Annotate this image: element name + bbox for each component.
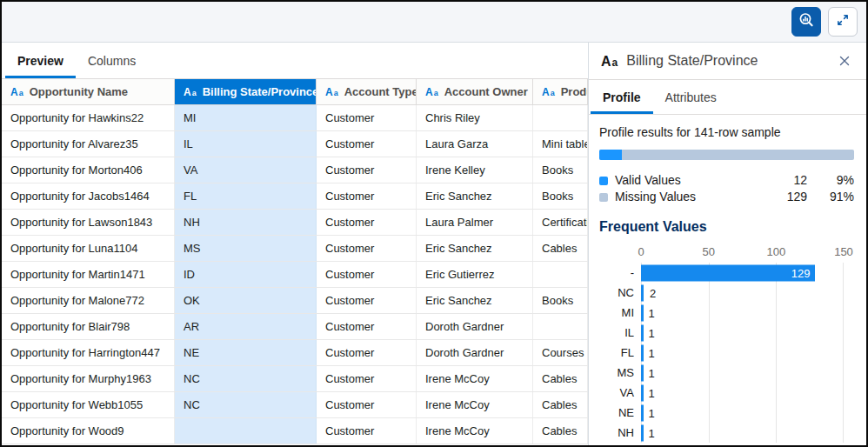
table-cell[interactable]: NC: [175, 392, 317, 417]
table-cell[interactable]: Customer: [317, 131, 417, 157]
table-cell[interactable]: Eric Sanchez: [417, 236, 533, 261]
table-cell[interactable]: Opportunity for Harrington447: [2, 340, 175, 365]
table-cell[interactable]: NH: [175, 210, 317, 235]
table-cell[interactable]: NE: [175, 340, 317, 365]
data-prep-preview-window: Preview Columns AaOpportunity NameAaBill…: [0, 0, 868, 447]
chart-plot-area: 1: [641, 303, 844, 323]
table-cell[interactable]: Certification: [533, 210, 588, 235]
tab-preview[interactable]: Preview: [5, 43, 76, 78]
table-cell[interactable]: Eric Sanchez: [417, 183, 533, 209]
table-cell[interactable]: Opportunity for Blair798: [2, 314, 175, 339]
chart-plot-area: 2: [641, 283, 844, 303]
table-cell[interactable]: Customer: [317, 340, 417, 365]
chart-bar: 129: [641, 264, 815, 281]
table-cell[interactable]: Customer: [317, 105, 417, 130]
explore-chart-icon: [798, 11, 815, 32]
preview-tabstrip: Preview Columns: [2, 43, 588, 79]
column-header-billing-state-province[interactable]: AaBilling State/Province: [175, 79, 317, 104]
profile-panel-title: Billing State/Province: [626, 53, 758, 69]
chart-gridline: [709, 343, 710, 363]
table-cell[interactable]: AR: [175, 314, 317, 339]
column-header-account-owner[interactable]: AaAccount Owner: [417, 79, 533, 104]
table-cell[interactable]: Customer: [317, 314, 417, 339]
table-cell[interactable]: Chris Riley: [417, 105, 533, 130]
close-panel-button[interactable]: [835, 51, 854, 70]
preview-table-body: Opportunity for Hawkins22MICustomerChris…: [2, 105, 588, 444]
table-cell[interactable]: Opportunity for Malone772: [2, 288, 175, 313]
table-cell[interactable]: Customer: [317, 157, 417, 183]
table-cell[interactable]: Doroth Gardner: [417, 314, 533, 339]
table-cell[interactable]: Doroth Gardner: [417, 340, 533, 365]
table-cell[interactable]: Customer: [317, 236, 417, 261]
table-cell[interactable]: IL: [175, 131, 317, 157]
table-cell[interactable]: Irene McCoy: [417, 392, 533, 417]
table-cell[interactable]: Opportunity for Alvarez35: [2, 131, 175, 157]
column-header-account-type[interactable]: AaAccount Type: [317, 79, 417, 104]
chart-value-label: 1: [649, 306, 655, 319]
table-cell[interactable]: Irene Kelley: [417, 157, 533, 183]
table-cell[interactable]: Customer: [317, 288, 417, 313]
table-cell[interactable]: Books: [533, 183, 588, 209]
table-cell[interactable]: Eric Sanchez: [417, 288, 533, 313]
table-cell[interactable]: ID: [175, 262, 317, 287]
tab-attributes[interactable]: Attributes: [653, 80, 729, 114]
table-cell[interactable]: Customer: [317, 366, 417, 391]
table-cell[interactable]: Opportunity for Luna1104: [2, 236, 175, 261]
x-tick-label: 50: [702, 245, 714, 258]
table-cell[interactable]: Opportunity for Wood9: [2, 418, 175, 444]
chart-gridline: [709, 403, 710, 423]
table-cell[interactable]: VA: [175, 157, 317, 183]
chart-value-label: 1: [649, 406, 655, 419]
table-cell[interactable]: NC: [175, 366, 317, 391]
table-cell[interactable]: Customer: [317, 392, 417, 417]
chart-category-label: IL: [599, 326, 634, 339]
table-cell[interactable]: [533, 105, 588, 130]
table-cell[interactable]: Opportunity for Hawkins22: [2, 105, 175, 130]
table-cell[interactable]: Opportunity for Martin1471: [2, 262, 175, 287]
table-cell[interactable]: MI: [175, 105, 317, 130]
table-cell[interactable]: Laura Palmer: [417, 210, 533, 235]
table-cell[interactable]: Opportunity for Jacobs1464: [2, 183, 175, 209]
chart-gridline: [843, 423, 844, 443]
table-cell[interactable]: [175, 418, 317, 444]
table-cell[interactable]: Opportunity for Lawson1843: [2, 210, 175, 235]
table-cell[interactable]: Cables: [533, 236, 588, 261]
table-cell[interactable]: Mini tablet: [533, 131, 588, 157]
chart-bar: [641, 384, 644, 401]
column-header-product[interactable]: AaProduct: [533, 79, 588, 104]
table-cell[interactable]: OK: [175, 288, 317, 313]
explore-data-button[interactable]: [791, 7, 821, 37]
chart-gridline: [776, 283, 777, 303]
table-cell[interactable]: [533, 262, 588, 287]
column-header-label: Account Type: [344, 85, 417, 98]
table-cell[interactable]: Customer: [317, 418, 417, 444]
table-cell[interactable]: Eric Gutierrez: [417, 262, 533, 287]
table-cell[interactable]: Laura Garza: [417, 131, 533, 157]
table-cell[interactable]: Customer: [317, 262, 417, 287]
table-cell[interactable]: Books: [533, 288, 588, 313]
table-cell[interactable]: Courses: [533, 340, 588, 365]
chart-category-label: NH: [599, 426, 634, 439]
tab-columns[interactable]: Columns: [76, 43, 148, 78]
table-cell[interactable]: Customer: [317, 210, 417, 235]
table-row: Opportunity for Webb1055NCCustomerIrene …: [2, 392, 588, 418]
chart-value-label: 129: [791, 266, 816, 279]
table-cell[interactable]: MS: [175, 236, 317, 261]
tab-profile[interactable]: Profile: [591, 80, 653, 114]
table-cell[interactable]: Cables: [533, 418, 588, 444]
table-cell[interactable]: [533, 314, 588, 339]
table-cell[interactable]: Cables: [533, 392, 588, 417]
table-cell[interactable]: Opportunity for Murphy1963: [2, 366, 175, 391]
missing-values-row: Missing Values 129 91%: [599, 189, 854, 205]
table-cell[interactable]: Cables: [533, 366, 588, 391]
expand-button[interactable]: [828, 7, 858, 37]
table-cell[interactable]: Customer: [317, 183, 417, 209]
table-cell[interactable]: FL: [175, 183, 317, 209]
table-cell[interactable]: Books: [533, 157, 588, 183]
table-cell[interactable]: Irene McCoy: [417, 418, 533, 444]
valid-values-row: Valid Values 12 9%: [599, 172, 854, 189]
table-cell[interactable]: Opportunity for Morton406: [2, 157, 175, 183]
table-cell[interactable]: Opportunity for Webb1055: [2, 392, 175, 417]
column-header-opportunity-name[interactable]: AaOpportunity Name: [2, 79, 175, 104]
table-cell[interactable]: Irene McCoy: [417, 366, 533, 391]
